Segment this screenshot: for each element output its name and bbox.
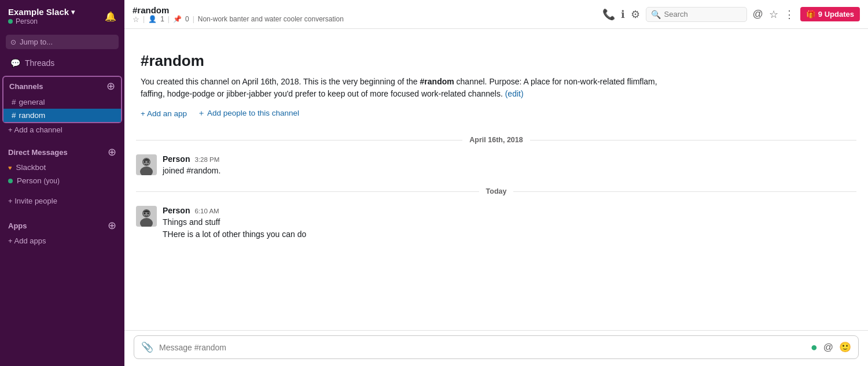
svg-point-10 [144,213,146,215]
channel-actions: + Add an app ＋ Add people to this channe… [141,108,852,119]
more-icon[interactable]: ⋮ [784,8,795,21]
person-status-dot-icon [8,179,13,183]
channels-section-wrapper: Channels ⊕ # general # random [2,76,122,123]
workspace-name[interactable]: Example Slack ▾ [8,7,75,17]
search-icon: 🔍 [651,10,661,19]
header-right: 📞 ℹ ⚙ 🔍 @ ☆ ⋮ 🎁 9 Updates [602,7,860,22]
message-body-2: Person 6:10 AM Things and stuff THere is… [163,206,856,241]
avatar-1 [136,154,157,175]
svg-point-4 [144,161,146,163]
slackbot-label: Slackbot [16,163,46,172]
direct-messages-section: Direct Messages ⊕ ♥ Slackbot Person (you… [0,139,124,190]
add-app-button[interactable]: + Add an app [141,108,187,119]
at-input-icon[interactable]: @ [823,342,833,353]
members-count: 1 [160,15,164,23]
message-input[interactable] [159,343,805,352]
add-dm-icon[interactable]: ⊕ [108,146,116,158]
channel-header: #random ☆ | 👤 1 | 📌 0 | Non-work banter … [124,0,868,29]
add-apps-button[interactable]: + Add apps [0,234,124,247]
message-input-bar: 📎 ● @ 🙂 [124,330,868,366]
gift-icon: 🎁 [806,10,815,19]
updates-button[interactable]: 🎁 9 Updates [800,7,860,21]
date-divider-april: April 16th, 2018 [124,130,868,150]
sidebar-item-general[interactable]: # general [3,95,121,109]
invite-people-label: + Invite people [8,197,57,205]
status-label: Person [16,17,38,25]
channel-general-label: general [19,98,45,106]
channel-main-name: #random [133,5,169,15]
avatar-2 [136,206,157,227]
message-time-1: 3:28 PM [194,156,219,163]
channels-section-header[interactable]: Channels ⊕ [3,77,121,95]
message-text-2b: THere is a lot of other things you can d… [163,228,856,241]
channel-content: #random You created this channel on Apri… [124,29,868,330]
search-input[interactable] [664,10,742,19]
jump-to-button[interactable]: ⊙ Jump to... [6,35,119,49]
add-people-button[interactable]: ＋ Add people to this channel [197,108,299,119]
date-divider-today: Today [124,182,868,201]
edit-link[interactable]: (edit) [505,89,524,98]
add-channel-label: + Add a channel [8,125,62,134]
sidebar-item-random[interactable]: # random [3,109,121,122]
channel-description: Non-work banter and water cooler convers… [198,15,344,23]
invite-people-section: + Invite people [0,190,124,212]
star-icon[interactable]: ☆ [133,15,139,24]
channel-intro: #random You created this channel on Apri… [124,29,868,130]
sidebar-item-threads[interactable]: 💬 Threads [2,55,122,71]
message-group-1: Person 3:28 PM joined #random. [124,150,868,182]
emoji-icon[interactable]: 🙂 [839,341,851,353]
channel-title-area: #random ☆ | 👤 1 | 📌 0 | Non-work banter … [133,5,344,24]
heart-icon: ♥ [8,164,12,171]
bell-icon[interactable]: 🔔 [105,11,116,22]
add-app-icon[interactable]: ⊕ [108,219,116,232]
add-apps-label: + Add apps [8,236,46,245]
message-time-2: 6:10 AM [194,208,219,215]
updates-label: 9 Updates [818,10,854,19]
hash-icon: # [12,98,16,106]
apps-section-header[interactable]: Apps ⊕ [0,217,124,234]
apps-section: Apps ⊕ + Add apps [0,212,124,250]
dm-item-slackbot[interactable]: ♥ Slackbot [0,161,124,174]
message-header-1: Person 3:28 PM [163,154,856,164]
info-icon[interactable]: ℹ [621,8,625,21]
channel-meta-row: ☆ | 👤 1 | 📌 0 | Non-work banter and wate… [133,15,344,24]
chevron-icon: ▾ [71,8,75,16]
search-box[interactable]: 🔍 [646,7,747,22]
settings-icon[interactable]: ⚙ [631,8,640,21]
add-channel-button[interactable]: + Add a channel [0,123,124,136]
send-icon[interactable]: ● [811,341,818,354]
channel-random-label: random [19,111,46,120]
channel-intro-desc: You created this channel on April 16th, … [141,76,661,100]
channels-label: Channels [9,82,43,91]
bookmark-icon[interactable]: ☆ [769,8,778,21]
invite-people-button[interactable]: + Invite people [0,194,124,208]
message-text-1: joined #random. [163,165,856,177]
main-area: #random ☆ | 👤 1 | 📌 0 | Non-work banter … [124,0,868,366]
dm-item-person[interactable]: Person (you) [0,174,124,187]
attach-icon[interactable]: 📎 [141,341,153,353]
pin-count: 0 [185,15,189,23]
threads-label: Threads [25,58,54,68]
message-author-1: Person [163,154,190,164]
message-text-2a: Things and stuff [163,216,856,228]
message-group-2: Person 6:10 AM Things and stuff THere is… [124,201,868,245]
phone-icon[interactable]: 📞 [602,8,615,21]
channel-intro-title: #random [141,52,852,70]
dm-section-header[interactable]: Direct Messages ⊕ [0,143,124,161]
member-icon: 👤 [148,15,157,23]
channel-name-row: #random [133,5,344,15]
channels-section: Channels ⊕ # general # random + Add a ch… [0,71,124,139]
message-input-box: 📎 ● @ 🙂 [134,335,859,359]
dm-label: Direct Messages [8,148,68,157]
add-channel-icon[interactable]: ⊕ [106,80,115,93]
person-dm-label: Person (you) [17,176,60,185]
pin-icon: 📌 [173,15,182,23]
intro-pre-text: You created this channel on April 16th, … [141,77,418,86]
at-icon[interactable]: @ [753,8,763,20]
svg-point-5 [148,161,149,163]
apps-label: Apps [8,221,27,230]
jump-to-label: Jump to... [20,38,53,46]
svg-point-11 [148,213,149,215]
workspace-title: Example Slack [8,7,69,17]
hash-icon-random: # [12,111,16,120]
